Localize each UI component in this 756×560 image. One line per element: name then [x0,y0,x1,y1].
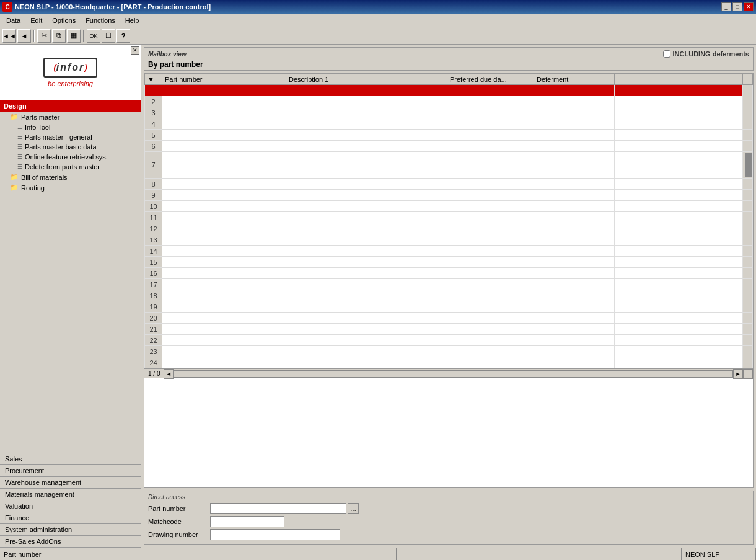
table-row[interactable]: 4 [145,118,753,130]
toolbar-doc-btn[interactable]: ☐ [102,29,115,43]
menu-help[interactable]: Help [120,16,144,25]
table-row[interactable]: 23 [145,346,753,357]
table-row[interactable]: 21 [145,324,753,335]
table-row[interactable]: 22 [145,335,753,346]
table-cell [162,357,286,368]
toolbar-help-btn[interactable]: ? [116,29,130,43]
scrollbar-cell [743,152,753,179]
row-number: 20 [145,313,162,324]
table-row[interactable]: 3 [145,107,753,118]
part-number-browse-btn[interactable]: … [348,503,359,514]
table-cell [162,152,286,179]
nav-btn-presales[interactable]: Pre-Sales AddOns [0,536,141,548]
table-row[interactable]: 18 [145,290,753,301]
col-filter-header[interactable]: ▼ [145,74,162,85]
table-row[interactable]: 12 [145,223,753,234]
col-deferment-header[interactable]: Deferment [534,74,615,85]
table-cell [447,234,534,246]
part-number-input[interactable] [210,503,346,514]
toolbar-sep2 [83,30,84,42]
nav-btn-procurement[interactable]: Procurement [0,465,141,477]
scroll-left-btn[interactable]: ◄ [164,369,174,379]
nav-item-info-tool[interactable]: ☰ Info Tool [0,122,141,132]
toolbar-copy-btn[interactable]: ⧉ [52,29,66,43]
table-row[interactable]: 8 [145,179,753,190]
table-row[interactable]: 6 [145,141,753,152]
doc-icon: ☰ [17,144,22,150]
table-row[interactable]: 15 [145,257,753,268]
doc-icon: ☰ [17,124,22,130]
nav-btn-materials[interactable]: Materials management [0,489,141,500]
row-number: 23 [145,346,162,357]
drawing-number-input[interactable] [210,529,340,540]
scroll-right-btn[interactable]: ► [733,369,743,379]
table-cell [534,279,615,290]
menu-data[interactable]: Data [1,16,25,25]
table-cell [286,212,447,223]
horizontal-scrollbar[interactable] [174,370,733,378]
table-cell [534,357,615,368]
table-row[interactable]: 16 [145,268,753,279]
row-number: 17 [145,279,162,290]
table-cell [534,96,615,107]
table-row[interactable]: 24 [145,357,753,368]
nav-item-parts-master[interactable]: 📁 Parts master [0,112,141,122]
table-row[interactable]: 9 [145,190,753,201]
table-cell [162,179,286,190]
table-cell [534,301,615,313]
menu-options[interactable]: Options [47,16,81,25]
menu-functions[interactable]: Functions [81,16,120,25]
nav-btn-sysadmin[interactable]: System administration [0,524,141,536]
scrollbar-cell [743,85,753,96]
col-preferred-due-header[interactable]: Preferred due da... [447,74,534,85]
table-row[interactable]: 17 [145,279,753,290]
nav-item-online-feature[interactable]: ☰ Online feature retrieval sys. [0,152,141,162]
toolbar-back-btn[interactable]: ◄ [17,29,31,43]
table-row[interactable]: 7 [145,152,753,179]
nav-item-delete-parts[interactable]: ☰ Delete from parts master [0,162,141,172]
including-deferments-checkbox[interactable] [663,50,670,58]
nav-btn-finance[interactable]: Finance [0,512,141,524]
including-deferments-label: INCLUDING deferments [673,50,749,58]
drawing-number-label: Drawing number [148,531,210,538]
table-row[interactable]: 19 [145,301,753,313]
table-cell [534,223,615,234]
toolbar-cut-btn[interactable]: ✂ [37,29,51,43]
close-button[interactable]: ✕ [744,2,754,11]
right-panel: Mailbox view INCLUDING deferments By par… [141,45,756,548]
table-cell [534,152,615,179]
row-number: 5 [145,130,162,141]
scrollbar-cell [743,179,753,190]
nav-item-parts-master-general[interactable]: ☰ Parts master - general [0,132,141,142]
matchcode-input[interactable] [210,516,284,527]
table-row[interactable]: 13 [145,234,753,246]
table-row[interactable]: 20 [145,313,753,324]
nav-item-routing[interactable]: 📁 Routing [0,182,141,193]
col-part-number-header[interactable]: Part number [162,74,286,85]
table-cell [162,313,286,324]
menu-edit[interactable]: Edit [25,16,47,25]
table-row[interactable]: 2 [145,96,753,107]
nav-btn-sales[interactable]: Sales [0,453,141,465]
table-row[interactable] [145,85,753,96]
table-row[interactable]: 10 [145,201,753,212]
col-description-header[interactable]: Description 1 [286,74,447,85]
table-row[interactable]: 5 [145,130,753,141]
row-number: 14 [145,246,162,257]
toolbar-first-btn[interactable]: ◄◄ [2,29,16,43]
nav-item-parts-master-basic[interactable]: ☰ Parts master basic data [0,142,141,152]
nav-btn-warehouse[interactable]: Warehouse management [0,477,141,489]
matchcode-row: Matchcode [148,516,749,527]
logo-close-btn[interactable]: ✕ [131,46,139,55]
table-cell [447,85,534,96]
restore-button[interactable]: □ [732,2,742,11]
table-cell [615,118,743,130]
toolbar-paste-btn[interactable]: ▦ [67,29,81,43]
toolbar-ok-btn[interactable]: OK [87,29,100,43]
table-row[interactable]: 14 [145,246,753,257]
nav-item-bill-of-materials[interactable]: 📁 Bill of materials [0,172,141,182]
table-row[interactable]: 11 [145,212,753,223]
minimize-button[interactable]: _ [721,2,731,11]
folder-icon: 📁 [10,173,19,181]
nav-btn-valuation[interactable]: Valuation [0,500,141,512]
